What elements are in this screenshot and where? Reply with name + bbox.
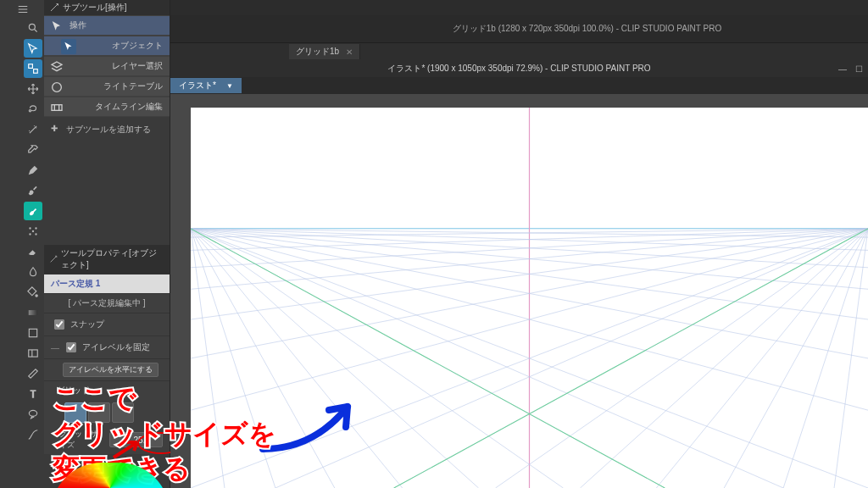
svg-point-14 — [29, 410, 36, 416]
subtool-layer-select[interactable]: レイヤー選択 — [44, 57, 170, 75]
subtool-label: 操作 — [70, 20, 86, 30]
object-icon — [61, 39, 76, 54]
ruler-tool[interactable] — [24, 364, 42, 383]
pen-tool[interactable] — [24, 161, 42, 180]
foreground-window-titlebar: イラスト* (1900 x 1050px 350dpi 72.9%) - CLI… — [170, 60, 868, 77]
magnifier-tool[interactable] — [24, 19, 42, 37]
correct-tool[interactable] — [24, 425, 42, 444]
lighttable-icon — [49, 80, 64, 95]
ruler-name-label: パース定規 1 — [51, 278, 100, 290]
snap-checkbox[interactable] — [54, 319, 64, 330]
move-tool[interactable] — [24, 80, 42, 98]
balloon-tool[interactable] — [24, 405, 42, 424]
tool-property-header: ツールプロパティ[オブジェクト] — [44, 245, 170, 274]
plus-icon: ✚ — [51, 124, 58, 133]
text-tool[interactable] — [24, 385, 42, 403]
cursor-icon — [49, 19, 64, 34]
timeline-icon — [49, 100, 64, 115]
add-subtool-label: サブツールを追加する — [66, 125, 151, 134]
maximize-icon[interactable]: ☐ — [855, 64, 863, 74]
foreground-tabstrip: イラスト* ▼ — [170, 77, 868, 94]
blend-tool[interactable] — [24, 263, 42, 281]
svg-line-47 — [656, 229, 868, 488]
snap-label: スナップ — [70, 319, 104, 330]
close-icon[interactable]: ✕ — [346, 47, 353, 57]
brush-tool[interactable] — [24, 181, 42, 200]
eyelevel-horizontal-row: アイレベルを水平にする — [44, 358, 170, 380]
svg-rect-11 — [29, 310, 38, 315]
svg-rect-9 — [28, 287, 36, 296]
svg-point-15 — [53, 83, 62, 92]
background-tab[interactable]: グリッド1b ✕ — [289, 44, 360, 59]
svg-point-0 — [29, 24, 35, 30]
tab-label: グリッド1b — [296, 46, 339, 58]
svg-point-5 — [32, 230, 34, 232]
svg-point-6 — [35, 233, 36, 235]
svg-point-7 — [35, 227, 36, 229]
fill-tool[interactable] — [24, 283, 42, 302]
dot-tool[interactable] — [24, 222, 42, 241]
svg-point-8 — [29, 233, 31, 235]
subtool-label: レイヤー選択 — [112, 61, 163, 70]
shape-tool[interactable] — [24, 324, 42, 342]
background-window-titlebar: グリッド1b (1280 x 720px 350dpi 100.0%) - CL… — [170, 15, 868, 43]
background-window-title: グリッド1b (1280 x 720px 350dpi 100.0%) - CL… — [306, 23, 868, 35]
eyedropper-tool[interactable] — [24, 141, 42, 159]
svg-point-4 — [29, 227, 31, 229]
subtool-object[interactable]: オブジェクト — [44, 36, 170, 55]
object-tool[interactable] — [24, 59, 42, 78]
svg-rect-12 — [29, 329, 36, 336]
annotation-line2: グリッドサイズを — [53, 417, 276, 452]
editing-state: [ パース定規編集中 ] — [44, 293, 170, 313]
fix-eyelevel-checkbox[interactable] — [66, 342, 76, 352]
subtool-header: サブツール[操作] — [44, 0, 170, 15]
subtool-title: サブツール[操作] — [63, 2, 127, 14]
subtool-label: オブジェクト — [112, 41, 163, 50]
layers-icon — [49, 59, 64, 75]
wand-tool[interactable] — [24, 120, 42, 139]
subtool-light-table[interactable]: ライトテーブル — [44, 77, 170, 96]
background-tabstrip: グリッド1b ✕ — [170, 43, 868, 60]
svg-point-10 — [36, 295, 37, 297]
svg-line-45 — [496, 229, 868, 488]
tab-dropdown-icon[interactable]: ▼ — [226, 82, 233, 90]
eyelevel-horizontal-button[interactable]: アイレベルを水平にする — [63, 363, 159, 377]
svg-rect-13 — [29, 350, 38, 357]
subtool-label: タイムライン編集 — [95, 102, 163, 111]
toolbar — [0, 0, 44, 488]
gradient-tool[interactable] — [24, 303, 42, 322]
svg-rect-16 — [52, 105, 62, 111]
snap-row[interactable]: スナップ — [44, 313, 170, 336]
operation-tool[interactable] — [24, 39, 42, 58]
tool-property-title: ツールプロパティ[オブジェクト] — [61, 247, 164, 271]
fix-eyelevel-label: アイレベルを固定 — [82, 341, 150, 353]
perspective-ruler-name: パース定規 1 — [44, 274, 170, 293]
svg-point-3 — [29, 110, 31, 112]
tab-label: イラスト* — [179, 80, 216, 92]
minimize-icon[interactable]: ― — [838, 64, 847, 74]
editing-label: [ パース定規編集中 ] — [68, 297, 145, 309]
lasso-tool[interactable] — [24, 100, 42, 119]
subtool-timeline[interactable]: タイムライン編集 — [44, 97, 170, 116]
frame-tool[interactable] — [24, 344, 42, 363]
add-subtool-button[interactable]: ✚ サブツールを追加する — [44, 117, 170, 142]
foreground-tab[interactable]: イラスト* ▼ — [170, 78, 242, 93]
svg-line-50 — [834, 229, 868, 488]
subtool-label: ライトテーブル — [103, 81, 163, 91]
svg-rect-2 — [34, 69, 38, 74]
foreground-window-title: イラスト* (1900 x 1050px 350dpi 72.9%) - CLI… — [387, 63, 650, 75]
annotation-line1: ここで — [53, 381, 276, 417]
svg-line-52 — [394, 229, 868, 488]
subtool-operation[interactable]: 操作 — [44, 16, 170, 35]
fix-eyelevel-row[interactable]: — アイレベルを固定 — [44, 336, 170, 358]
menu-icon[interactable] — [15, 2, 31, 17]
airbrush-tool[interactable] — [24, 202, 42, 220]
eraser-tool[interactable] — [24, 242, 42, 261]
svg-rect-1 — [29, 64, 33, 69]
